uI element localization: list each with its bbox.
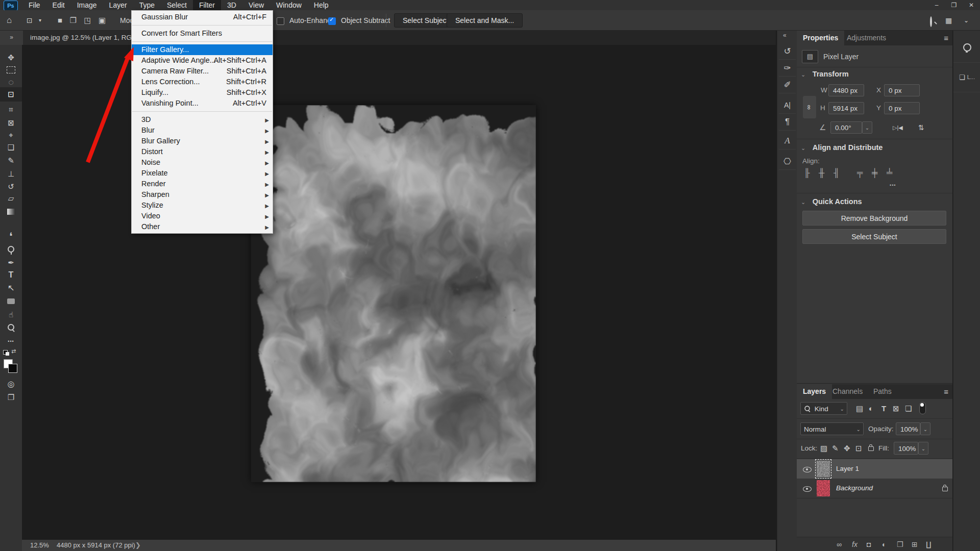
move-tool[interactable]: ✥ [0,51,22,64]
quick-mask-button[interactable]: ◎ [0,378,22,390]
menu-filter[interactable]: Filter [193,0,221,10]
align-center-h-icon[interactable]: ╫ [819,168,824,178]
menu-item-gaussian-blur[interactable]: Gaussian Blur Alt+Ctrl+F [132,12,273,22]
path-selection-tool[interactable]: ↖ [0,282,22,294]
align-center-v-icon[interactable]: ╪ [872,168,877,178]
edit-toolbar-button[interactable]: ••• [0,335,22,347]
spot-healing-tool[interactable]: ❑ [0,141,22,154]
history-brush-tool[interactable]: ↺ [0,180,22,193]
fill-dropdown[interactable]: ⌄ [918,442,928,455]
status-chevron-icon[interactable]: ❯ [135,540,141,551]
new-layer-icon[interactable]: ⊞ [912,537,918,551]
clone-stamp-tool[interactable]: ⊥ [0,167,22,180]
menu-item-lens-correction[interactable]: Lens Correction... Shift+Ctrl+R [132,77,273,87]
paragraph-panel-icon[interactable]: ¶ [779,114,796,131]
swap-colors-button[interactable]: ⇄ [0,347,22,360]
select-subject-button-panel[interactable]: Select Subject [802,229,946,244]
menu-item-pixelate[interactable]: Pixelate▶ [132,168,273,179]
object-selection-tool[interactable]: ⊡ [0,87,22,102]
layer-thumbnail[interactable] [817,480,830,496]
menu-window[interactable]: Window [270,0,308,10]
select-and-mask-button[interactable]: Select and Mask... [447,13,523,28]
libraries-panel-icon[interactable]: ❏ L... [953,62,980,92]
background-color-swatch[interactable] [8,364,17,373]
filter-shape-layers-icon[interactable]: ⊠ [893,402,899,415]
tab-properties[interactable]: Properties [797,31,844,45]
kind-filter-dropdown[interactable]: Kind ⌄ [800,402,847,415]
brushes-panel-icon[interactable]: ✐ [779,77,796,93]
search-icon[interactable] [930,17,932,27]
quick-actions-header[interactable]: ⌄ Quick Actions [801,197,862,206]
layer-filter-toggle[interactable] [919,402,926,414]
menu-layer[interactable]: Layer [103,0,133,10]
learn-panel-icon[interactable] [953,33,980,63]
canvas-image[interactable] [251,105,536,482]
menu-item-sharpen[interactable]: Sharpen▶ [132,189,273,200]
menu-image[interactable]: Image [71,0,103,10]
tab-overflow-chevron[interactable]: » [0,31,23,45]
add-selection-icon[interactable]: ❐ [70,10,77,31]
minimize-button[interactable]: – [928,0,945,10]
tool-preset-caret-icon[interactable]: ▾ [39,10,41,31]
align-left-icon[interactable]: ╟ [804,168,810,178]
lock-pixels-icon[interactable]: ✎ [832,442,839,455]
angle-field[interactable]: 0.00° [830,121,862,134]
workspace-icon[interactable]: ▦ [945,10,952,31]
zoom-tool[interactable] [0,321,22,334]
remove-background-button[interactable]: Remove Background [802,211,946,226]
menu-item-other[interactable]: Other▶ [132,221,273,232]
menu-item-adaptive-wide-angle[interactable]: Adaptive Wide Angle... Alt+Shift+Ctrl+A [132,55,273,66]
chevron-down-icon[interactable]: ⌄ [964,10,969,31]
blur-tool[interactable]: ❛ [0,230,22,242]
menu-item-blur-gallery[interactable]: Blur Gallery▶ [132,136,273,146]
glyphs-panel-icon[interactable]: A [779,133,796,149]
brush-settings-panel-icon[interactable]: ✑ [779,60,796,77]
menu-item-distort[interactable]: Distort▶ [132,146,273,157]
opacity-dropdown[interactable]: ⌄ [920,422,930,435]
menu-type[interactable]: Type [133,0,161,10]
x-field[interactable]: 0 px [884,84,920,96]
menu-item-render[interactable]: Render▶ [132,179,273,189]
eraser-tool[interactable]: ▱ [0,192,22,205]
angle-dropdown[interactable]: ⌄ [862,121,872,134]
restore-button[interactable]: ❐ [945,0,963,10]
brush-tool[interactable]: ✎ [0,154,22,167]
layer-row-layer1[interactable]: Layer 1 [797,459,952,479]
panel-menu-icon[interactable]: ≡ [944,31,948,45]
character-panel-icon[interactable]: A| [779,97,796,114]
layer-mask-icon[interactable]: ◘ [867,537,871,551]
menu-help[interactable]: Help [308,0,335,10]
3d-panel-icon[interactable]: ⎔ [779,153,796,170]
type-tool[interactable]: T [0,268,22,281]
menu-view[interactable]: View [242,0,270,10]
new-group-icon[interactable]: ❒ [897,537,903,551]
menu-item-convert-smart-filters[interactable]: Convert for Smart Filters [132,28,273,39]
adjustment-layer-icon[interactable]: ◐ [882,537,886,551]
align-top-icon[interactable]: ╤ [857,168,863,178]
collapse-panels-chevron[interactable]: « [783,32,787,39]
filter-type-layers-icon[interactable]: T [881,402,886,415]
home-icon[interactable]: ⌂ [7,10,12,31]
menu-item-noise[interactable]: Noise▶ [132,157,273,168]
fill-field[interactable]: 100% [894,442,918,455]
tab-channels[interactable]: Channels [826,384,869,399]
delete-layer-icon[interactable]: ∐ [926,537,932,551]
flip-vertical-icon[interactable]: ⇅ [918,121,924,134]
layer-thumbnail[interactable] [817,461,830,477]
align-section-header[interactable]: ⌄ Align and Distribute [801,143,883,152]
layer-effects-icon[interactable]: fx [852,537,857,551]
height-field[interactable]: 5914 px [828,102,864,114]
lock-transparency-icon[interactable]: ▨ [820,442,827,455]
color-swatches[interactable] [0,359,22,375]
dodge-tool[interactable] [0,243,22,256]
menu-item-video[interactable]: Video▶ [132,211,273,221]
menu-item-stylize[interactable]: Stylize▶ [132,200,273,211]
menu-item-3d[interactable]: 3D▶ [132,114,273,125]
link-dimensions-toggle[interactable]: ∞ [803,96,816,118]
crop-tool[interactable]: ⌗ [0,103,22,116]
screen-mode-button[interactable]: ❐ [0,391,22,404]
pen-tool[interactable]: ✒ [0,256,22,269]
rectangle-tool[interactable] [0,295,22,308]
lock-position-icon[interactable]: ✥ [844,442,850,455]
lock-artboard-icon[interactable]: ⊡ [855,442,862,455]
